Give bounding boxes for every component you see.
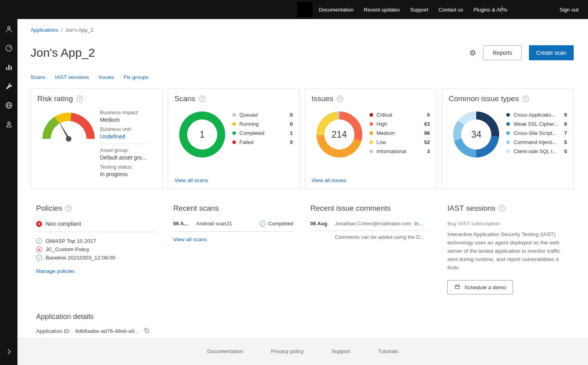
footer-documentation-link[interactable]: Documentation [207, 348, 243, 354]
sidebar-item-scans[interactable] [0, 39, 17, 58]
copy-icon [144, 327, 150, 335]
legend-item: Weak SSL Cipher... 8 [506, 119, 567, 129]
scan-date: 06 A... [173, 221, 196, 227]
legend-item: Medium 96 [370, 129, 430, 138]
issues-legend: Critical 0 High 63 Medium [370, 110, 430, 158]
nav-support[interactable]: Support [410, 7, 429, 13]
risk-fields-divider [100, 144, 147, 144]
policy-name: OWASP Top 10 2017 [46, 238, 96, 244]
asset-group-label: Asset group: [100, 147, 156, 153]
common-issue-types-card: Common issue types 34 Cross-Applicatio..… [442, 88, 574, 189]
iast-description: Interactive Application Security Testing… [447, 230, 567, 272]
schedule-demo-button[interactable]: Schedule a demo [447, 280, 513, 294]
help-icon[interactable] [337, 96, 343, 102]
sidebar-item-profile[interactable] [0, 20, 17, 39]
nav-recent-updates[interactable]: Recent updates [364, 7, 400, 13]
page-footer: Documentation Privacy policy Support Tut… [17, 337, 588, 365]
legend-label: Failed [239, 139, 253, 145]
user-icon [5, 25, 13, 35]
help-icon[interactable] [523, 96, 529, 102]
sidebar-item-tools[interactable] [0, 77, 17, 96]
common-issue-types-title: Common issue types [448, 94, 519, 103]
sidebar-item-account[interactable] [0, 115, 17, 134]
tab-fix-groups[interactable]: Fix groups [124, 74, 149, 80]
sidebar-item-reports[interactable] [0, 58, 17, 77]
legend-value: 63 [421, 121, 430, 127]
tab-iast-sessions[interactable]: IAST sessions [55, 74, 89, 80]
sign-out-link[interactable]: Sign out [559, 7, 578, 13]
chevron-right-icon [5, 348, 13, 357]
policy-status-icon [36, 238, 42, 244]
help-icon[interactable] [77, 96, 83, 102]
recent-scans-title: Recent scans [173, 204, 219, 213]
legend-value: 52 [421, 139, 430, 145]
legend-item: Critical 0 [370, 110, 430, 119]
footer-tutorials-link[interactable]: Tutorials [378, 348, 398, 354]
non-compliant-icon [36, 221, 42, 227]
issue-types-donut-chart: 34 [453, 111, 499, 158]
issues-title: Issues [312, 94, 333, 103]
legend-label: Low [377, 139, 386, 145]
legend-dot [370, 113, 373, 117]
business-unit-value[interactable]: Undefined [100, 133, 156, 140]
application-details-section: Application details Application ID: 6db6… [31, 313, 574, 335]
issues-donut-chart: 214 [316, 111, 362, 158]
legend-dot [232, 113, 236, 117]
breadcrumb-separator: / [61, 27, 63, 33]
legend-dot [232, 131, 236, 135]
legend-value: 0 [424, 112, 430, 118]
legend-dot [506, 113, 510, 117]
legend-item: Client-side SQL I... 5 [506, 147, 567, 156]
view-all-scans-link[interactable]: View all scans [174, 177, 208, 183]
view-all-issues-link[interactable]: View all issues [312, 177, 347, 183]
help-icon[interactable] [65, 205, 72, 211]
manage-policies-link[interactable]: Manage policies [36, 268, 75, 274]
legend-label: Weak SSL Cipher... [513, 121, 558, 127]
scans-title: Scans [174, 94, 195, 103]
legend-item: Queued 0 [232, 110, 293, 119]
footer-privacy-policy-link[interactable]: Privacy policy [271, 348, 304, 354]
legend-value: 7 [561, 130, 567, 136]
comment-issue-link[interactable]: In... [414, 221, 423, 227]
footer-support-link[interactable]: Support [331, 348, 350, 354]
breadcrumb-applications-link[interactable]: Applications [31, 27, 58, 33]
policies-section: Policies Non compliant OWASP Top 10 2017 [31, 204, 163, 294]
policy-name: JC_Custom Policy [46, 246, 89, 252]
legend-value: 0 [287, 121, 293, 127]
iast-sessions-section: IAST sessions Buy IAST subscription Inte… [442, 204, 574, 294]
legend-dot [370, 131, 373, 135]
risk-gauge: Medium [37, 109, 100, 177]
create-scan-button[interactable]: Create scan [529, 45, 574, 60]
help-icon[interactable] [199, 96, 205, 102]
tab-issues[interactable]: Issues [99, 74, 114, 80]
issue-types-legend: Cross-Applicatio... 9 Weak SSL Cipher...… [506, 110, 567, 158]
nav-documentation[interactable]: Documentation [319, 7, 353, 13]
legend-value: 0 [287, 112, 293, 118]
legend-dot [506, 122, 510, 126]
brand-logo[interactable] [297, 2, 312, 17]
recent-scan-row[interactable]: 06 A... Android scan21 Completed [173, 221, 293, 232]
legend-value: 96 [421, 130, 430, 136]
view-all-scans-link-2[interactable]: View all scans [173, 236, 207, 242]
policy-status-icon [36, 246, 42, 252]
tab-scans[interactable]: Scans [31, 74, 46, 80]
buy-iast-subscription-link[interactable]: Buy IAST subscription [447, 221, 567, 227]
sidebar-expand-button[interactable] [0, 343, 17, 362]
left-sidebar [0, 19, 17, 365]
copy-id-button[interactable] [144, 327, 150, 335]
help-icon[interactable] [499, 205, 505, 211]
nav-contact-us[interactable]: Contact us [439, 7, 463, 13]
legend-item: Completed 1 [232, 129, 293, 138]
legend-dot [232, 122, 236, 126]
policy-item: Baseline 20210303_12:08:00 [36, 254, 156, 262]
reports-button[interactable]: Reports [483, 45, 521, 60]
sidebar-item-network[interactable] [0, 96, 17, 115]
legend-value: 8 [561, 121, 567, 127]
settings-gear-icon[interactable]: ⚙ [469, 49, 476, 57]
application-details-title: Application details [36, 313, 574, 321]
asset-group-value: Default asset gro... [100, 154, 156, 161]
legend-label: Medium [377, 130, 395, 136]
legend-label: Critical [377, 112, 393, 118]
recent-comments-title: Recent issue comments [310, 204, 391, 213]
legend-dot [506, 131, 510, 135]
